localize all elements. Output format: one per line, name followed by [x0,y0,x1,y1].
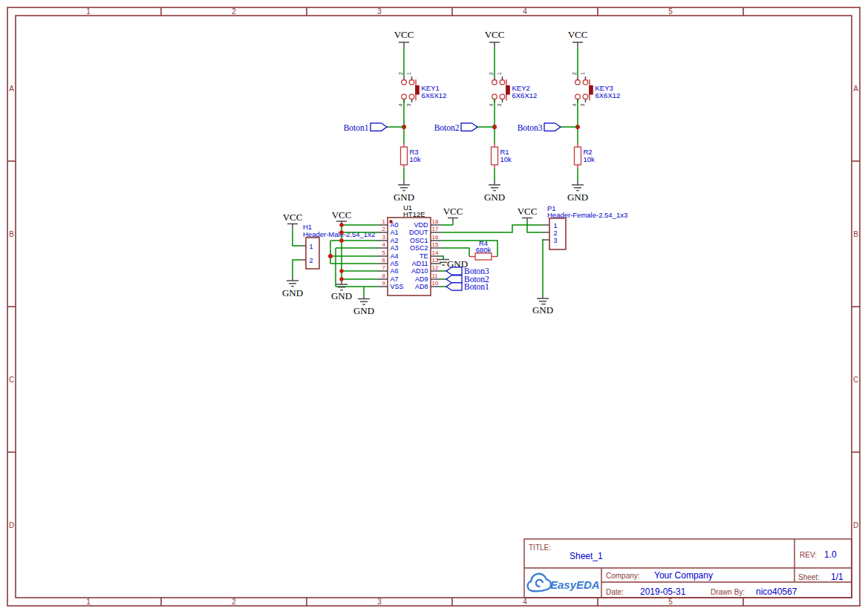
gnd-label: GND [331,290,352,301]
pin-number: 6 [382,257,386,264]
address-wiring[interactable]: VCC GND GND [328,209,377,316]
vcc-label: VCC [485,29,505,40]
pin-name: TE [420,252,428,260]
ruler-col-label: 2 [232,598,236,606]
pin-name: A4 [391,252,399,260]
pin-name: A7 [391,275,399,283]
rev-value: 1.0 [824,549,837,560]
sheet-title[interactable]: Sheet_1 [570,551,603,561]
pin-name: A0 [391,221,399,229]
pin-number: 15 [432,241,439,248]
pin-number: 1 [554,222,558,229]
button-pin-number: 4 [489,103,494,106]
push-button-key3[interactable]: 2 1 4 3 KEY3 6X6X12 [572,72,620,106]
gnd-symbol [358,296,370,305]
button-pin-number: 4 [398,103,403,106]
vcc-symbol [489,42,500,47]
drawn-by-field-label: Drawn By: [711,588,745,596]
component-value: Header-Male-2.54_1x2 [303,230,375,238]
pin-number: 11 [432,272,439,279]
ruler-row-label: B [9,230,14,238]
gnd-label: GND [484,192,505,203]
gnd-label: GND [282,287,303,298]
pin-name: OSC2 [410,244,428,252]
button-pin-number: 4 [572,103,577,106]
oscillator-r4[interactable]: R4 680k [441,239,497,261]
pin-name: AD11 [412,260,428,267]
rev-field-label: REV: [800,551,817,559]
ruler-row-label: A [9,85,14,93]
component-value: 680k [476,246,492,254]
pin-number: 2 [554,229,558,237]
button-circuit-1[interactable]: VCC 2 1 4 3 KEY1 6X6X12 Boton1 R3 10k [344,29,447,203]
wire[interactable] [542,240,543,295]
ruler-col-label: 1 [86,7,91,16]
push-button-key1[interactable]: 2 1 4 3 KEY1 6X6X12 [398,72,446,106]
wire[interactable] [293,260,301,278]
pin-name: A6 [391,267,399,275]
button-pin-number: 1 [497,72,502,75]
vcc-symbol [399,42,409,47]
pin-name: A5 [391,260,399,267]
header-p1[interactable]: P1 Header-Female-2.54_1x3 1 2 3 GND [532,204,627,316]
pin-number: 2 [382,226,386,232]
button-circuit-3[interactable]: VCC 2 1 4 3 KEY3 6X6X12 Boton3 R2 10k [518,29,621,203]
vcc-label: VCC [518,206,538,217]
ruler-col-label: 1 [86,598,91,606]
pin-number: 4 [382,241,386,248]
net-label-text: Boton2 [434,123,460,132]
schematic-canvas: 1 2 3 4 5 1 2 3 4 5 A B C D A B C D VCC … [0,0,868,614]
easyeda-logo-cloud [528,574,551,592]
button-pin-number: 3 [497,103,502,106]
gnd-label: GND [394,192,414,203]
resistor-r3[interactable]: R3 10k [401,143,422,169]
button-circuit-2[interactable]: VCC 2 1 4 3 KEY2 6X6X12 Boton2 R1 10k [434,29,538,203]
vdd-wiring[interactable]: VCC [441,206,463,225]
pin-number: 17 [432,226,439,232]
button-pin-number: 2 [572,72,577,75]
pin-name: A1 [391,229,399,236]
ruler-col-label: 5 [668,598,673,606]
gnd-symbol [489,181,500,191]
button-pin-number: 2 [489,72,494,75]
net-label-boton1[interactable]: Boton1 [344,123,387,132]
net-label-boton3[interactable]: Boton3 [518,123,561,132]
date-value: 2019-05-31 [640,587,686,597]
ic-u1-ht12e[interactable]: U1 HT12E 1 2 3 4 5 6 7 8 9 18 17 16 15 1… [377,203,441,295]
pin-name: VDD [414,221,428,229]
ruler-row-label: D [853,521,858,529]
button-pin-number: 3 [580,103,585,106]
component-value: 10k [410,155,422,163]
pin-number: 8 [382,272,386,279]
pin-name: OSC1 [410,237,428,244]
ruler-col-label: 3 [377,598,382,606]
ruler-row-label: D [9,521,14,529]
wire[interactable] [293,228,301,246]
gnd-symbol [572,181,584,191]
ruler-row-label: A [853,85,858,93]
ruler-row-label: C [853,376,858,384]
drawn-by-value: nico40567 [756,587,797,597]
schematic-sheet: 1 2 3 4 5 1 2 3 4 5 A B C D A B C D VCC … [0,0,868,614]
pin-name: VSS [391,283,404,290]
pin-number: 12 [432,264,439,271]
net-label-text: Boton1 [464,282,489,291]
ruler-col-label: 4 [523,598,527,606]
gnd-symbol [336,281,347,290]
pin-name: AD9 [415,275,428,283]
net-label-text: Boton3 [518,123,543,132]
vcc-label: VCC [394,29,414,40]
pin-number: 16 [432,234,439,241]
net-label-text: Boton1 [344,123,369,132]
easyeda-logo: EasyEDA [528,574,600,592]
vcc-label: VCC [443,206,463,217]
net-label-boton2[interactable]: Boton2 [434,123,477,132]
resistor-r1[interactable]: R1 10k [492,143,512,169]
resistor-r2[interactable]: R2 10k [575,143,595,169]
push-button-key2[interactable]: 2 1 4 3 KEY2 6X6X12 [489,72,537,106]
vcc-symbol [522,218,532,223]
date-field-label: Date: [606,588,624,596]
title-block: TITLE: Sheet_1 REV: 1.0 Company: Your Co… [524,539,852,598]
net-flag-ad8[interactable]: Boton1 [441,282,489,291]
easyeda-logo-swirl [536,580,543,587]
